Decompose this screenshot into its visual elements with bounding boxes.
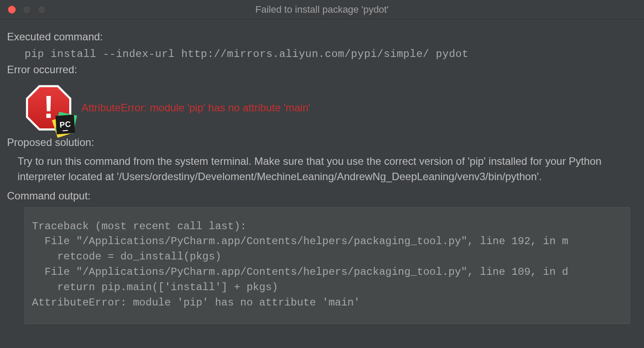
command-output-label: Command output: (7, 190, 637, 202)
window-title: Failed to install package 'pydot' (0, 4, 644, 15)
dialog-content: Executed command: pip install --index-ur… (0, 19, 644, 332)
command-output-box[interactable]: Traceback (most recent call last): File … (25, 207, 630, 324)
pycharm-badge-text: PC (59, 120, 71, 130)
titlebar: Failed to install package 'pydot' (0, 0, 644, 19)
stop-icon: ! PC (25, 84, 73, 132)
executed-command-text: pip install --index-url http://mirrors.a… (7, 48, 637, 60)
maximize-button[interactable] (38, 6, 46, 14)
error-row: ! PC AttributeError: module 'pip' has no… (7, 84, 637, 132)
error-message: AttributeError: module 'pip' has no attr… (81, 102, 311, 114)
close-button[interactable] (8, 6, 16, 14)
pycharm-badge-icon: PC (52, 111, 79, 138)
minimize-button[interactable] (23, 6, 31, 14)
command-output-text: Traceback (most recent call last): File … (32, 219, 623, 311)
executed-command-label: Executed command: (7, 31, 637, 43)
proposed-solution-label: Proposed solution: (7, 136, 637, 149)
traffic-lights (0, 6, 46, 14)
error-occurred-label: Error occurred: (7, 64, 637, 76)
proposed-solution-text: Try to run this command from the system … (7, 154, 637, 185)
